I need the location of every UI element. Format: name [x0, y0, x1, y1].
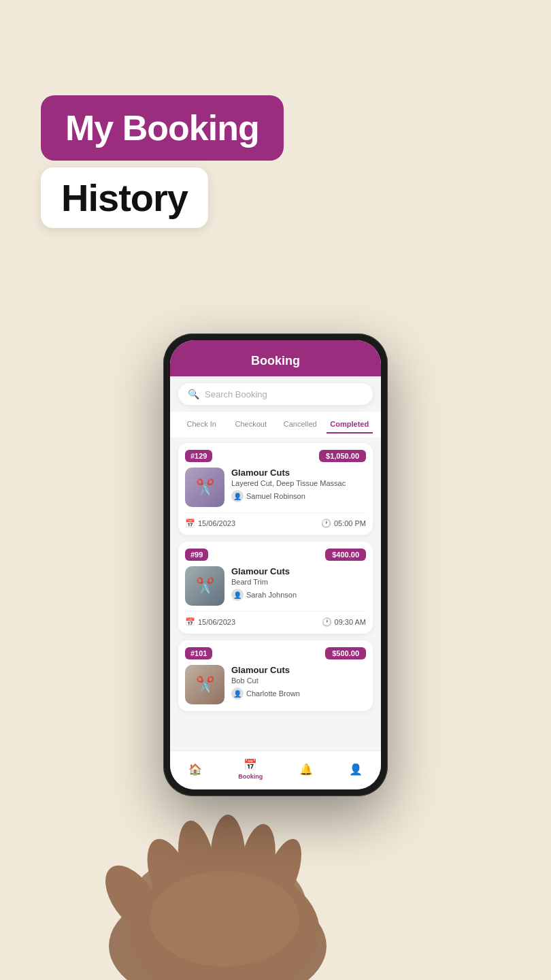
booking-nav-label: Booking	[238, 773, 263, 780]
service-2: Beard Trim	[231, 578, 366, 586]
clock-icon-2: 🕐	[322, 617, 332, 627]
home-icon: 🏠	[188, 763, 202, 776]
search-placeholder-text: Search Booking	[205, 389, 267, 399]
booking-footer-2: 📅 15/06/2023 🕐 09:30 AM	[185, 611, 366, 627]
search-icon: 🔍	[188, 389, 199, 399]
booking-content-2: ✂️ Glamour Cuts Beard Trim 👤 Sarah Johns…	[185, 566, 366, 606]
booking-card-1[interactable]: #129 $1,050.00 ✂️ Glamour Cuts Layered C…	[178, 443, 373, 535]
tab-completed[interactable]: Completed	[327, 416, 373, 434]
staff-name-1: Samuel Robinson	[246, 492, 305, 500]
nav-profile[interactable]: 👤	[349, 763, 363, 776]
booking-img-placeholder-2: ✂️	[185, 566, 224, 606]
nav-booking[interactable]: 📅 Booking	[238, 758, 263, 780]
booking-img-placeholder-1: ✂️	[185, 468, 224, 507]
tab-checkout[interactable]: Checkout	[228, 416, 275, 434]
booking-price-1: $1,050.00	[319, 450, 366, 462]
bottom-navigation: 🏠 📅 Booking 🔔 👤	[170, 751, 381, 789]
booking-icon: 📅	[244, 758, 257, 771]
clock-icon-1: 🕐	[321, 519, 331, 528]
staff-1: 👤 Samuel Robinson	[231, 490, 366, 502]
tabs-bar: Check In Checkout Cancelled Completed	[170, 412, 381, 438]
salon-name-2: Glamour Cuts	[231, 566, 366, 576]
calendar-icon-1: 📅	[185, 519, 195, 528]
service-3: Bob Cut	[231, 676, 366, 685]
profile-icon: 👤	[349, 763, 363, 776]
tab-checkin[interactable]: Check In	[178, 416, 225, 434]
title-area: My Booking History	[41, 95, 284, 228]
staff-avatar-3: 👤	[231, 687, 244, 700]
app-title: Booking	[181, 354, 370, 368]
salon-name-3: Glamour Cuts	[231, 665, 366, 675]
booking-list: #129 $1,050.00 ✂️ Glamour Cuts Layered C…	[170, 438, 381, 751]
booking-date-1: 📅 15/06/2023	[185, 519, 235, 528]
bell-icon: 🔔	[299, 763, 313, 776]
booking-time-2: 🕐 09:30 AM	[322, 617, 366, 627]
booking-price-3: $500.00	[325, 647, 366, 659]
booking-card-header-1: #129 $1,050.00	[185, 450, 366, 462]
staff-avatar-1: 👤	[231, 490, 244, 502]
booking-content-1: ✂️ Glamour Cuts Layered Cut, Deep Tissue…	[185, 468, 366, 507]
booking-card-header-3: #101 $500.00	[185, 647, 366, 659]
phone-mockup: Booking 🔍 Search Booking Check In Checko…	[163, 333, 388, 796]
staff-name-3: Charlotte Brown	[246, 689, 300, 698]
history-badge: History	[41, 167, 208, 228]
my-booking-badge: My Booking	[41, 95, 284, 161]
booking-image-3: ✂️	[185, 665, 224, 704]
booking-content-3: ✂️ Glamour Cuts Bob Cut 👤 Charlotte Brow…	[185, 665, 366, 704]
my-booking-text: My Booking	[65, 108, 259, 148]
tab-cancelled[interactable]: Cancelled	[277, 416, 324, 434]
booking-date-2: 📅 15/06/2023	[185, 617, 235, 627]
booking-id-1: #129	[185, 450, 212, 462]
booking-details-3: Glamour Cuts Bob Cut 👤 Charlotte Brown	[231, 665, 366, 700]
booking-card-3[interactable]: #101 $500.00 ✂️ Glamour Cuts Bob Cut 👤	[178, 640, 373, 711]
booking-id-2: #99	[185, 549, 208, 561]
staff-avatar-2: 👤	[231, 589, 244, 601]
calendar-icon-2: 📅	[185, 617, 195, 627]
svg-point-9	[150, 871, 299, 966]
history-text: History	[61, 176, 188, 219]
date-text-1: 15/06/2023	[198, 519, 235, 527]
booking-details-1: Glamour Cuts Layered Cut, Deep Tissue Ma…	[231, 468, 366, 502]
booking-time-1: 🕐 05:00 PM	[321, 519, 366, 528]
booking-card-2[interactable]: #99 $400.00 ✂️ Glamour Cuts Beard Trim 👤	[178, 542, 373, 634]
nav-notifications[interactable]: 🔔	[299, 763, 313, 776]
booking-price-2: $400.00	[325, 549, 366, 561]
search-bar[interactable]: 🔍 Search Booking	[178, 383, 373, 405]
booking-details-2: Glamour Cuts Beard Trim 👤 Sarah Johnson	[231, 566, 366, 601]
time-text-1: 05:00 PM	[334, 519, 366, 527]
app-header: Booking	[170, 340, 381, 376]
phone-frame: Booking 🔍 Search Booking Check In Checko…	[163, 333, 388, 796]
booking-card-header-2: #99 $400.00	[185, 549, 366, 561]
booking-image-2: ✂️	[185, 566, 224, 606]
booking-image-1: ✂️	[185, 468, 224, 507]
date-text-2: 15/06/2023	[198, 618, 235, 626]
staff-2: 👤 Sarah Johnson	[231, 589, 366, 601]
phone-screen: Booking 🔍 Search Booking Check In Checko…	[170, 340, 381, 789]
staff-name-2: Sarah Johnson	[246, 591, 297, 599]
booking-footer-1: 📅 15/06/2023 🕐 05:00 PM	[185, 512, 366, 528]
time-text-2: 09:30 AM	[335, 618, 366, 626]
nav-home[interactable]: 🏠	[188, 763, 202, 776]
service-1: Layered Cut, Deep Tissue Massac	[231, 479, 366, 487]
salon-name-1: Glamour Cuts	[231, 468, 366, 478]
booking-img-placeholder-3: ✂️	[185, 665, 224, 704]
staff-3: 👤 Charlotte Brown	[231, 687, 366, 700]
booking-id-3: #101	[185, 647, 212, 659]
